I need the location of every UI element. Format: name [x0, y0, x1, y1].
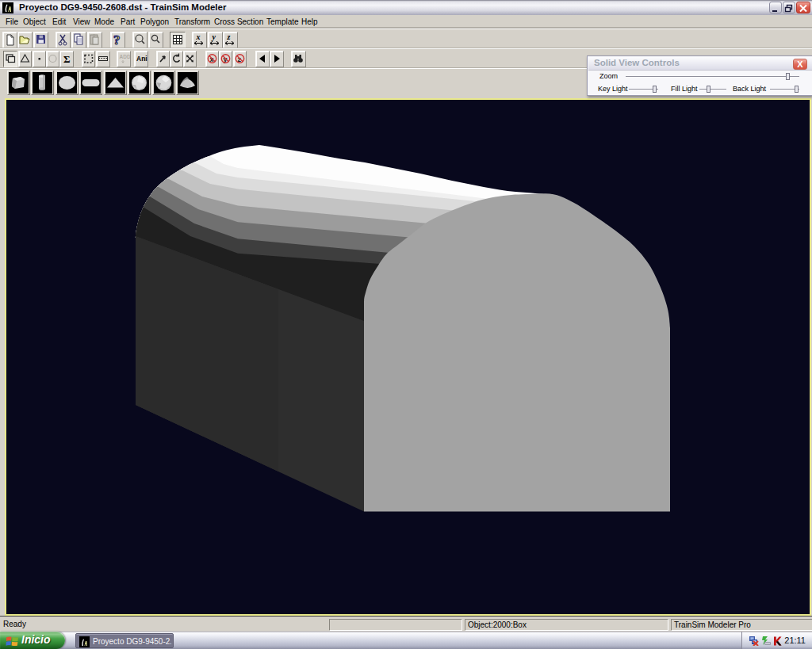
svg-text:x: x: [196, 32, 201, 41]
svg-text:y: y: [212, 32, 216, 41]
svg-text:z: z: [227, 32, 231, 41]
svg-text:Σ: Σ: [63, 53, 71, 65]
svg-text:?: ?: [113, 32, 121, 48]
svg-text:ADD: ADD: [120, 54, 131, 59]
svg-text:Ani: Ani: [136, 55, 147, 63]
